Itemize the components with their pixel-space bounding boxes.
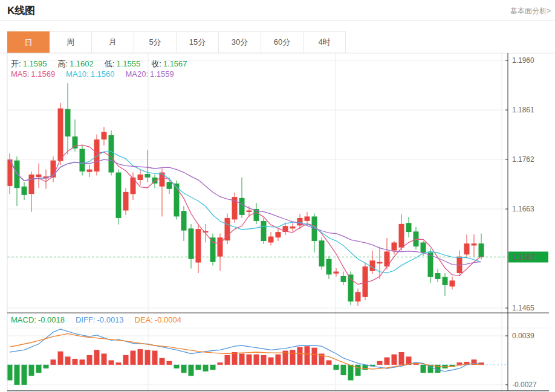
candle-body	[305, 216, 310, 220]
candle-body	[276, 232, 281, 237]
macd-bar	[189, 365, 194, 376]
macd-bar	[109, 361, 114, 365]
macd-bar	[290, 350, 296, 365]
axis-label: 1.1663	[512, 205, 534, 213]
macd-bar	[58, 352, 63, 365]
ma-legend-item: MA10:1.1560	[66, 69, 114, 79]
macd-bar	[254, 355, 259, 365]
candle-body	[421, 242, 426, 252]
axis-label: 1.1762	[512, 155, 534, 164]
ohlc-legend: 开:1.1595高:1.1602低:1.1555收:1.1567	[11, 59, 198, 69]
candle-body	[290, 227, 296, 228]
candle-body	[116, 173, 122, 218]
macd-bar	[160, 358, 165, 365]
candle-body	[167, 182, 172, 189]
candle-body	[80, 149, 85, 172]
macd-bar	[355, 365, 361, 376]
candle-body	[29, 175, 34, 194]
candle-body	[399, 224, 404, 248]
macd-bar	[218, 362, 223, 365]
macd-bar	[102, 353, 107, 364]
candle-body	[73, 137, 78, 149]
macd-bar	[131, 351, 136, 365]
macd-bar	[116, 362, 122, 365]
candle-body	[450, 280, 455, 286]
macd-bar	[348, 365, 354, 381]
candle-body	[145, 174, 151, 178]
candle-body	[341, 276, 346, 282]
macd-bar	[261, 355, 267, 365]
candle-body	[131, 178, 136, 194]
candle-body	[377, 262, 383, 263]
candle-body	[102, 132, 107, 139]
macd-bar	[167, 361, 172, 365]
candle-body	[239, 198, 245, 215]
macd-bar	[65, 356, 71, 365]
ma20-line	[10, 159, 481, 265]
candle-body	[87, 170, 92, 172]
macd-bar	[145, 350, 151, 365]
macd-bar	[421, 365, 426, 373]
candle-body	[479, 243, 484, 257]
macd-bar	[15, 365, 20, 385]
candle-body	[218, 237, 223, 256]
ohlc-legend-item: 收:1.1567	[151, 59, 187, 68]
candle-body	[138, 175, 143, 180]
macd-bar	[22, 365, 27, 385]
macd-bar	[196, 365, 201, 370]
macd-bar	[276, 355, 281, 365]
macd-bar	[174, 365, 180, 368]
candle-body	[355, 292, 361, 301]
kline-widget: K线图 基本面分析> 日周月5分15分30分60分4时 1.19601.1861…	[0, 0, 555, 392]
macd-bar	[36, 365, 42, 373]
candle-body	[58, 109, 63, 161]
axis-label: 1.1861	[512, 106, 534, 114]
ohlc-legend-item: 低:1.1555	[105, 59, 140, 68]
macd-bar	[123, 355, 129, 365]
macd-bar	[457, 362, 462, 365]
macd-bar	[312, 348, 317, 365]
macd-bar	[377, 361, 383, 365]
candle-body	[319, 240, 325, 266]
candle-body	[435, 273, 441, 279]
axis-label: 0.0039	[512, 332, 534, 340]
candle-body	[268, 237, 274, 243]
macd-legend: MACD:-0.0018DIFF:-0.0013DEA:-0.0004	[11, 315, 192, 324]
macd-bar	[138, 349, 143, 365]
macd-bar	[247, 355, 252, 365]
axis-label: -0.0027	[512, 381, 537, 389]
candle-body	[196, 229, 201, 262]
macd-legend-item: DIFF:-0.0013	[76, 315, 124, 324]
diff-line	[10, 329, 481, 371]
candle-body	[326, 259, 332, 275]
macd-bar	[326, 361, 332, 365]
candle-body	[36, 175, 42, 177]
candle-body	[247, 210, 252, 211]
macd-bar	[334, 365, 339, 370]
macd-bar	[94, 350, 100, 365]
macd-bar	[152, 351, 158, 365]
macd-bar	[7, 365, 13, 381]
ma-legend-item: MA20:1.1559	[125, 69, 174, 79]
ma-legend: MA5:1.1569MA10:1.1560MA20:1.1559	[11, 69, 185, 79]
macd-bar	[239, 353, 245, 364]
candle-body	[334, 272, 339, 274]
macd-bar	[80, 359, 85, 365]
candle-body	[181, 211, 187, 230]
macd-bar	[210, 365, 216, 370]
current-price-badge-label: 1.1567	[513, 253, 535, 262]
candle-body	[65, 109, 71, 137]
macd-bar	[305, 346, 310, 365]
macd-bar	[29, 365, 34, 376]
candle-body	[472, 243, 477, 245]
macd-bar	[51, 359, 56, 365]
candle-body	[22, 187, 27, 195]
ma-legend-item: MA5:1.1569	[11, 69, 55, 79]
candle-body	[392, 242, 397, 250]
candle-body	[160, 173, 165, 187]
macd-bar	[203, 365, 209, 371]
candle-body	[94, 140, 100, 172]
macd-bar	[232, 352, 238, 365]
candle-body	[406, 223, 412, 232]
macd-bar	[392, 355, 397, 365]
